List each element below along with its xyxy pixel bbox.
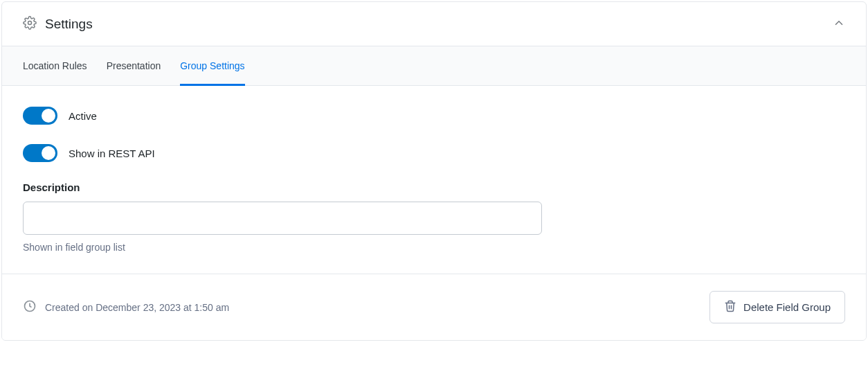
footer-created: Created on December 23, 2023 at 1:50 am (23, 299, 229, 315)
active-toggle-label: Active (69, 110, 97, 122)
tab-location-rules[interactable]: Location Rules (23, 46, 87, 86)
panel-header-left: Settings (23, 16, 93, 32)
panel-title: Settings (45, 17, 93, 32)
toggle-row-rest: Show in REST API (23, 144, 845, 162)
svg-point-0 (28, 21, 32, 25)
description-help: Shown in field group list (23, 242, 845, 253)
created-text: Created on December 23, 2023 at 1:50 am (45, 302, 229, 313)
toggle-knob (42, 146, 55, 160)
description-label: Description (23, 181, 845, 193)
active-toggle[interactable] (23, 107, 57, 125)
settings-panel: Settings Location Rules Presentation Gro… (1, 1, 867, 341)
rest-api-toggle-label: Show in REST API (69, 148, 155, 159)
tab-presentation[interactable]: Presentation (107, 46, 161, 86)
delete-button-label: Delete Field Group (743, 301, 831, 313)
rest-api-toggle[interactable] (23, 144, 57, 162)
delete-field-group-button[interactable]: Delete Field Group (709, 291, 845, 323)
panel-header: Settings (2, 2, 866, 46)
description-field-group: Description Shown in field group list (23, 181, 845, 253)
tabs: Location Rules Presentation Group Settin… (2, 46, 866, 86)
collapse-toggle[interactable] (833, 17, 845, 31)
panel-footer: Created on December 23, 2023 at 1:50 am … (2, 274, 866, 340)
tab-group-settings[interactable]: Group Settings (180, 46, 244, 86)
trash-icon (724, 300, 736, 314)
clock-icon (23, 299, 37, 315)
description-input[interactable] (23, 202, 542, 235)
toggle-row-active: Active (23, 107, 845, 125)
toggle-knob (42, 109, 55, 123)
tab-content: Active Show in REST API Description Show… (2, 86, 866, 274)
gear-icon (23, 16, 37, 32)
